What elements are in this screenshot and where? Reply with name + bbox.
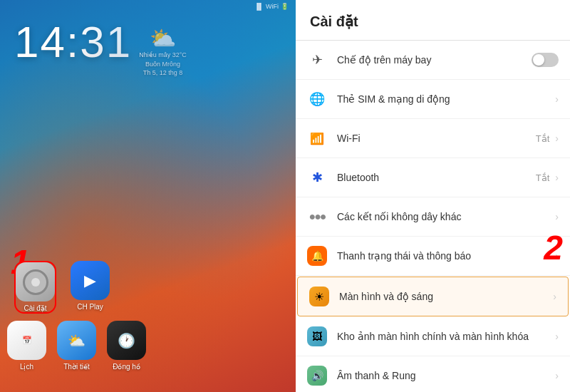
weather-app-label: Thời tiết [63,363,89,371]
play-triangle-icon: ▶ [84,272,96,290]
bluetooth-status: Tắt [536,172,550,183]
calendar-icon: 📅 [22,336,32,344]
wallpaper-chevron: › [555,331,559,342]
weather-text: Nhiều mây 32°C Buôn Mrông Th 5, 12 thg 8 [139,51,187,78]
wallpaper-icon: 🖼 [307,326,327,346]
settings-item-wallpaper[interactable]: 🖼 Kho ảnh màn hình chính và màn hình khó… [296,317,570,356]
sim-label: Thẻ SIM & mạng di động [337,93,555,105]
clock-weather-widget: 14:31 ⛅ Nhiều mây 32°C Buôn Mrông Th 5, … [0,13,296,85]
connections-icon: ●●● [307,207,327,227]
notifications-icon: 🔔 [307,246,327,266]
screen-chevron: › [553,291,556,302]
settings-item-wifi[interactable]: 📶 Wi-Fi Tắt › [296,119,570,158]
wallpaper-chevron-icon: › [555,331,559,342]
sim-chevron: › [555,93,559,105]
bluetooth-icon: ✱ [307,167,327,187]
clock-app-icon[interactable]: 🕐 Đồng hồ [107,321,146,371]
wifi-icon: 📶 [307,128,327,148]
settings-item-notifications[interactable]: 🔔 Thanh trạng thái và thông báo › [296,237,570,276]
play-icon-box: ▶ [71,261,110,300]
toggle-airplane[interactable] [532,53,559,67]
weather-app-icon-glyph: ⛅ [68,332,86,349]
weather-app-icon[interactable]: ⛅ Thời tiết [57,321,96,371]
settings-icon-box [16,262,55,301]
settings-panel: Cài đặt ✈ Chế độ trên máy bay 🌐 Thẻ SIM … [296,0,570,392]
wifi-status: Tắt [536,133,550,144]
weather-widget: ⛅ Nhiều mây 32°C Buôn Mrông Th 5, 12 thg… [139,26,187,78]
sound-chevron-icon: › [555,370,559,381]
wifi-right: Tắt › [536,133,559,144]
screen-chevron-icon: › [553,291,556,302]
settings-item-bluetooth[interactable]: ✱ Bluetooth Tắt › [296,158,570,197]
weather-icon: ⛅ [150,26,176,51]
clock-display: 14:31 [14,20,132,64]
settings-title: Cài đặt [296,0,570,41]
battery-icon: 🔋 [281,3,289,10]
dock-icons: 📅 Lịch ⛅ Thời tiết 🕐 Đồng hồ [7,321,146,371]
status-icons: ▐▌ WiFi 🔋 [254,3,289,10]
settings-item-connections[interactable]: ●●● Các kết nối không dây khác › [296,197,570,237]
settings-item-screen[interactable]: ☀ Màn hình và độ sáng › [297,277,569,316]
main-app-icons: Cài đặt ▶ CH Play [14,261,110,314]
screen-label: Màn hình và độ sáng [339,290,553,303]
sound-icon: 🔊 [307,366,327,386]
connections-chevron-icon: › [555,211,559,222]
notifications-label: Thanh trạng thái và thông báo [337,249,555,262]
step-number-2: 2 [544,228,563,267]
play-app-label: CH Play [77,303,103,311]
weather-icon-box: ⛅ [57,321,96,360]
home-screen: ▐▌ WiFi 🔋 14:31 ⛅ Nhiều mây 32°C Buôn Mr… [0,0,296,392]
settings-app-label: Cài đặt [24,304,46,312]
airplane-label: Chế độ trên máy bay [337,53,532,66]
airplane-toggle[interactable] [532,53,559,67]
wallpaper-label: Kho ảnh màn hình chính và màn hình khóa [337,330,555,343]
calendar-icon-box: 📅 [7,321,46,360]
screen-icon: ☀ [309,287,329,306]
play-app-icon[interactable]: ▶ CH Play [71,261,110,314]
bluetooth-label: Bluetooth [337,171,536,184]
settings-gear-icon [23,269,48,295]
sound-label: Âm thanh & Rung [337,369,555,382]
wifi-chevron-icon: › [555,133,559,144]
wifi-status-icon: WiFi [266,3,279,10]
calendar-app-icon[interactable]: 📅 Lịch [7,321,46,371]
signal-icon: ▐▌ [254,3,264,10]
status-bar: ▐▌ WiFi 🔋 [0,0,296,13]
settings-item-airplane[interactable]: ✈ Chế độ trên máy bay [296,41,570,80]
settings-item-sound[interactable]: 🔊 Âm thanh & Rung › [296,356,570,392]
clock-app-icon-glyph: 🕐 [118,332,135,349]
wifi-label: Wi-Fi [337,132,536,145]
calendar-app-label: Lịch [20,363,33,371]
bluetooth-chevron-icon: › [555,172,559,183]
sound-chevron: › [555,370,559,381]
connections-chevron: › [555,211,559,222]
connections-label: Các kết nối không dây khác [337,210,555,223]
airplane-icon: ✈ [307,50,327,70]
settings-list: ✈ Chế độ trên máy bay 🌐 Thẻ SIM & mạng d… [296,41,570,392]
bluetooth-right: Tắt › [536,172,559,183]
sim-icon: 🌐 [307,89,327,109]
settings-item-sim[interactable]: 🌐 Thẻ SIM & mạng di động › [296,80,570,119]
chevron-icon: › [555,93,559,105]
clock-app-label: Đồng hồ [113,363,140,371]
clock-icon-box: 🕐 [107,321,146,360]
settings-app-icon[interactable]: Cài đặt [14,261,56,314]
